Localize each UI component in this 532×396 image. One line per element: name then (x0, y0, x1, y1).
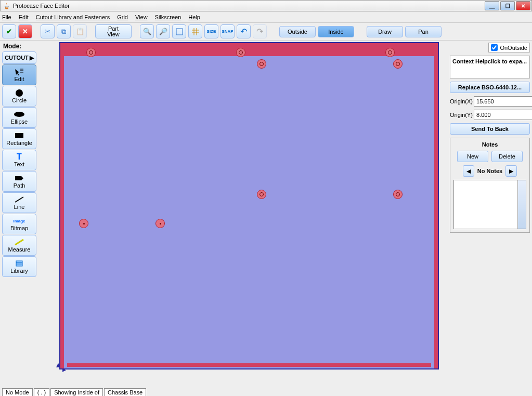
fastener-hole[interactable] (257, 190, 266, 199)
svg-rect-3 (15, 133, 23, 138)
zoom-fit-button[interactable] (172, 24, 186, 38)
send-to-back-button[interactable]: Send To Back (450, 123, 530, 135)
context-help[interactable]: Context Helpclick to expa... (450, 56, 530, 78)
menu-cutout-library[interactable]: Cutout Library and Fasteners (36, 14, 110, 20)
notes-title: Notes (482, 141, 498, 148)
draw-button[interactable]: Draw (367, 26, 403, 37)
statusbar: No Mode ( . ) Showing Inside of Chassis … (0, 388, 532, 396)
zoom-in-button[interactable]: 🔍 (140, 24, 154, 38)
library-tool[interactable]: Library (2, 256, 36, 277)
pan-button[interactable]: Pan (405, 26, 442, 37)
menu-file[interactable]: File (2, 14, 11, 20)
status-coord: ( . ) (34, 388, 50, 396)
redo-button[interactable]: ↷ (253, 24, 267, 38)
svg-line-4 (15, 197, 23, 202)
bitmap-tool[interactable]: ImageBitmap (2, 214, 36, 234)
flange-top (60, 43, 438, 56)
menu-grid[interactable]: Grid (117, 14, 128, 20)
snap-button[interactable]: SNAP (220, 24, 235, 38)
svg-line-5 (15, 240, 23, 245)
accept-button[interactable]: ✔ (2, 24, 16, 38)
onoutside-label: OnOutside (500, 45, 527, 51)
flange-bottom (67, 363, 431, 367)
svg-rect-6 (16, 261, 22, 266)
cut-button[interactable]: ✂ (41, 24, 55, 38)
prev-note-button[interactable]: ◀ (463, 165, 474, 177)
text-tool[interactable]: TText (2, 150, 36, 170)
menu-help[interactable]: Help (188, 14, 200, 20)
next-note-button[interactable]: ▶ (505, 165, 517, 177)
svg-rect-0 (176, 29, 183, 35)
grid-button[interactable] (188, 24, 202, 38)
fastener-hole[interactable] (385, 48, 395, 57)
originx-label: Origin(X) (450, 98, 473, 104)
flange-right (434, 43, 438, 368)
mode-panel: Mode: CUTOUT▶ Edit Circle Ellipse Rectan… (0, 41, 42, 388)
status-showing: Showing Inside of (50, 388, 103, 396)
fastener-hole[interactable] (257, 59, 266, 69)
delete-note-button[interactable]: Delete (491, 151, 523, 162)
edit-tool[interactable]: Edit (2, 64, 36, 85)
status-mode: No Mode (2, 388, 33, 396)
notes-panel: Notes New Delete ◀ No Notes ▶ (450, 138, 530, 233)
replace-button[interactable]: Replace BSO-6440-12... (450, 82, 530, 93)
fastener-hole[interactable] (86, 48, 96, 57)
svg-point-2 (14, 112, 24, 117)
titlebar: Protocase Face Editor __ ❐ ✕ (0, 0, 532, 11)
cutout-mode-button[interactable]: CUTOUT▶ (2, 51, 36, 64)
window-title: Protocase Face Editor (13, 3, 70, 9)
menubar: File Edit Cutout Library and Fasteners G… (0, 11, 532, 23)
java-icon (3, 2, 11, 10)
svg-point-1 (16, 89, 23, 97)
menu-view[interactable]: View (135, 14, 148, 20)
fastener-hole[interactable] (79, 219, 88, 228)
notes-status: No Notes (477, 168, 502, 174)
undo-button[interactable]: ↶ (237, 24, 251, 38)
minimize-button[interactable]: __ (485, 1, 499, 10)
paste-button[interactable]: 📋 (73, 24, 87, 38)
originy-input[interactable] (474, 110, 532, 120)
line-tool[interactable]: Line (2, 192, 36, 213)
ellipse-tool[interactable]: Ellipse (2, 107, 36, 128)
menu-silkscreen[interactable]: Silkscreen (155, 14, 181, 20)
originx-input[interactable] (474, 96, 532, 107)
size-button[interactable]: SIZE (204, 24, 218, 38)
originy-label: Origin(Y) (450, 112, 473, 118)
inside-button[interactable]: Inside (318, 26, 354, 37)
canvas-area[interactable]: ▴ ▸ (42, 41, 449, 388)
new-note-button[interactable]: New (457, 151, 488, 162)
part-view-button[interactable]: Part View (95, 24, 132, 38)
scrollbar[interactable] (517, 180, 526, 229)
fastener-hole[interactable] (155, 219, 165, 228)
window-controls: __ ❐ ✕ (485, 1, 531, 10)
face-canvas[interactable] (59, 42, 439, 369)
toolbar: ✔ ✕ ✂ ⧉ 📋 Part View 🔍 🔎 SIZE SNAP ↶ ↷ Ou… (0, 23, 532, 41)
rectangle-tool[interactable]: Rectangle (2, 128, 36, 149)
fastener-hole[interactable] (393, 59, 403, 69)
fastener-hole[interactable] (236, 48, 245, 57)
properties-panel: OnOutside Context Helpclick to expa... R… (449, 41, 532, 388)
path-tool[interactable]: Path (2, 171, 36, 192)
notes-textarea[interactable] (453, 180, 526, 229)
zoom-out-button[interactable]: 🔎 (156, 24, 170, 38)
circle-tool[interactable]: Circle (2, 86, 36, 107)
status-face: Chassis Base (104, 388, 146, 396)
cancel-button[interactable]: ✕ (18, 24, 32, 38)
copy-button[interactable]: ⧉ (57, 24, 71, 38)
flange-left (60, 43, 64, 368)
maximize-button[interactable]: ❐ (500, 1, 515, 10)
measure-tool[interactable]: Measure (2, 235, 36, 256)
close-button[interactable]: ✕ (516, 1, 530, 10)
outside-button[interactable]: Outside (279, 26, 316, 37)
onoutside-checkbox[interactable] (491, 44, 498, 51)
mode-label: Mode: (3, 43, 40, 50)
fastener-hole[interactable] (393, 190, 403, 199)
menu-edit[interactable]: Edit (19, 14, 29, 20)
